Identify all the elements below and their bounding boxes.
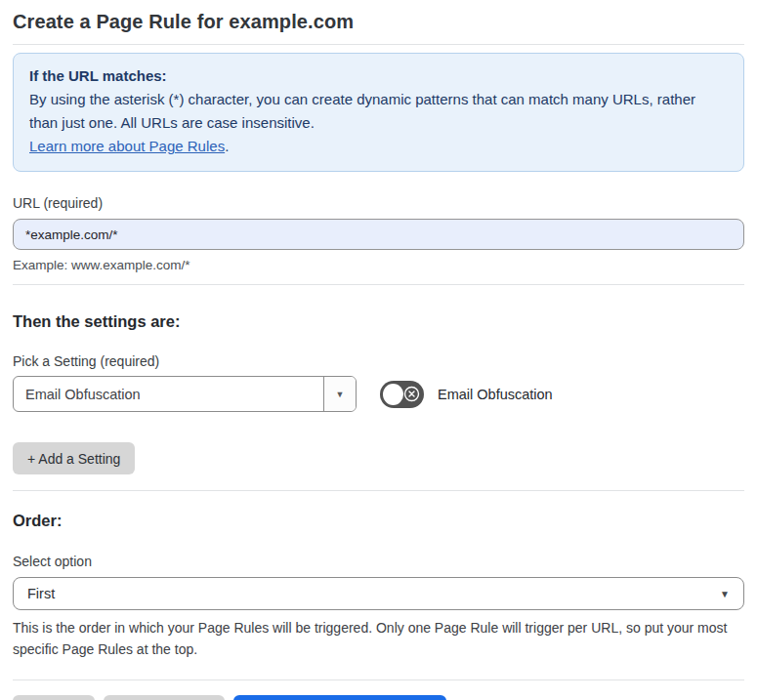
url-input[interactable] <box>13 219 744 250</box>
url-match-info-box: If the URL matches: By using the asteris… <box>13 53 744 172</box>
setting-row: Email Obfuscation ▼ Email Obfuscation <box>13 376 744 412</box>
order-section-heading: Order: <box>13 512 744 530</box>
toggle-off-x-icon <box>403 386 420 402</box>
url-example-text: Example: www.example.com/* <box>13 258 744 272</box>
order-select-value: First <box>27 586 55 601</box>
save-as-draft-button[interactable]: Save as Draft <box>104 695 226 700</box>
title-divider <box>13 44 744 45</box>
add-setting-button[interactable]: + Add a Setting <box>13 442 135 474</box>
cancel-button[interactable]: Cancel <box>13 695 95 700</box>
toggle-label: Email Obfuscation <box>438 387 553 402</box>
order-select-label: Select option <box>13 554 744 569</box>
order-select[interactable]: First ▼ <box>13 577 744 610</box>
info-box-heading: If the URL matches: <box>29 64 728 88</box>
settings-section-heading: Then the settings are: <box>13 312 744 331</box>
link-suffix: . <box>225 138 229 154</box>
chevron-down-icon[interactable]: ▼ <box>323 377 356 411</box>
learn-more-link[interactable]: Learn more about Page Rules <box>29 138 225 154</box>
info-box-body: By using the asterisk (*) character, you… <box>29 88 728 135</box>
section-divider <box>13 284 744 285</box>
section-divider <box>13 490 744 491</box>
save-and-deploy-button[interactable]: Save and Deploy Page Rule <box>233 695 446 700</box>
footer-divider <box>13 679 744 680</box>
setting-dropdown[interactable]: Email Obfuscation ▼ <box>13 376 357 412</box>
toggle-knob <box>383 384 403 405</box>
create-page-rule-form: Create a Page Rule for example.com If th… <box>0 11 757 700</box>
email-obfuscation-toggle[interactable] <box>380 381 424 408</box>
page-title: Create a Page Rule for example.com <box>13 11 744 33</box>
chevron-down-icon: ▼ <box>720 589 730 599</box>
footer-actions: Cancel Save as Draft Save and Deploy Pag… <box>13 695 744 700</box>
url-field-label: URL (required) <box>13 195 744 211</box>
setting-dropdown-value: Email Obfuscation <box>14 377 323 411</box>
order-help-text: This is the order in which your Page Rul… <box>13 617 743 660</box>
pick-setting-label: Pick a Setting (required) <box>13 353 744 369</box>
info-box-link-line: Learn more about Page Rules. <box>29 135 728 158</box>
